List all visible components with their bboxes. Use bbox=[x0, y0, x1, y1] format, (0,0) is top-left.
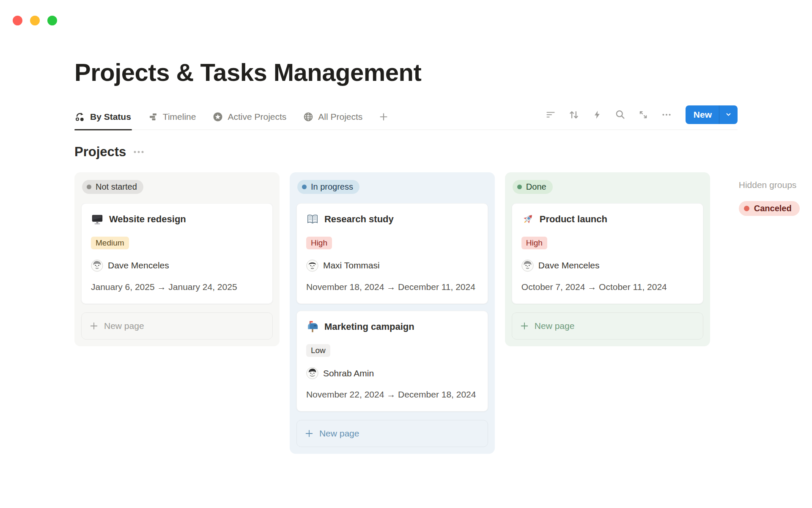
assignee-row: Dave Menceles bbox=[91, 260, 263, 272]
zap-icon bbox=[592, 110, 602, 120]
add-view-button[interactable] bbox=[379, 110, 390, 130]
filter-icon bbox=[546, 110, 556, 120]
date-range: October 7, 2024 → October 11, 2024 bbox=[521, 281, 694, 293]
timeline-bars-icon bbox=[148, 112, 158, 122]
new-page-label: New page bbox=[535, 321, 575, 331]
date-range: November 18, 2024 → December 11, 2024 bbox=[306, 281, 478, 293]
tab-active-projects[interactable]: Active Projects bbox=[212, 110, 287, 130]
new-button-label[interactable]: New bbox=[686, 105, 719, 124]
card-marketing-campaign[interactable]: Marketing campaign Low So bbox=[296, 311, 488, 411]
status-label: Canceled bbox=[754, 204, 792, 213]
mailbox-icon bbox=[306, 320, 319, 333]
hidden-groups-label[interactable]: Hidden groups bbox=[739, 180, 812, 190]
card-title: Website redesign bbox=[109, 214, 186, 225]
tab-timeline[interactable]: Timeline bbox=[147, 110, 197, 130]
new-page-button[interactable]: New page bbox=[296, 420, 488, 447]
sort-button[interactable] bbox=[568, 109, 579, 120]
minimize-window-button[interactable] bbox=[30, 16, 40, 25]
card-list: Website redesign Medium Dave Menceles bbox=[81, 203, 273, 304]
new-page-label: New page bbox=[319, 428, 359, 439]
section-header: Projects bbox=[74, 144, 738, 160]
search-icon bbox=[615, 109, 625, 120]
card-title: Marketing campaign bbox=[324, 321, 414, 332]
date-range: November 22, 2024 → December 18, 2024 bbox=[306, 389, 478, 400]
hidden-groups-panel: Hidden groups Canceled bbox=[739, 172, 812, 216]
status-dot-icon bbox=[302, 185, 307, 189]
tab-all-projects[interactable]: All Projects bbox=[302, 110, 363, 130]
plus-icon bbox=[89, 321, 99, 331]
dave-avatar bbox=[91, 260, 103, 272]
automations-button[interactable] bbox=[592, 110, 602, 120]
card-product-launch[interactable]: Product launch High Dave Menceles bbox=[512, 203, 703, 304]
assignee-name: Dave Menceles bbox=[538, 260, 600, 271]
chevron-down-icon bbox=[724, 110, 732, 119]
new-page-button[interactable]: New page bbox=[81, 312, 273, 340]
new-button-dropdown[interactable] bbox=[719, 105, 738, 124]
section-title: Projects bbox=[74, 144, 126, 160]
tab-label: Active Projects bbox=[228, 112, 286, 122]
filter-button[interactable] bbox=[546, 110, 556, 120]
status-dot-icon bbox=[517, 185, 522, 189]
kanban-board: Not started Website redesign Medium bbox=[74, 172, 812, 454]
assignee-row: Dave Menceles bbox=[521, 260, 694, 272]
status-dot-icon bbox=[87, 185, 91, 189]
status-badge[interactable]: Not started bbox=[82, 180, 143, 194]
tab-label: Timeline bbox=[163, 112, 196, 122]
plus-icon bbox=[304, 429, 314, 438]
status-badge[interactable]: Done bbox=[513, 180, 553, 194]
search-button[interactable] bbox=[615, 109, 625, 120]
close-window-button[interactable] bbox=[13, 16, 22, 25]
column-in-progress: In progress Research study High bbox=[290, 172, 495, 454]
card-research-study[interactable]: Research study High Maxi Tommasi bbox=[296, 203, 488, 304]
tab-label: By Status bbox=[90, 112, 131, 122]
page-content: Projects & Tasks Management By Status bbox=[74, 58, 738, 454]
status-flow-icon bbox=[75, 112, 85, 122]
sohrab-avatar bbox=[306, 367, 318, 379]
status-dot-icon bbox=[744, 206, 749, 211]
page-title: Projects & Tasks Management bbox=[74, 58, 738, 87]
assignee-row: Sohrab Amin bbox=[306, 367, 478, 379]
view-actions: New bbox=[546, 105, 738, 130]
window-controls bbox=[13, 16, 57, 25]
sort-icon bbox=[568, 109, 579, 120]
priority-badge: Low bbox=[306, 344, 330, 357]
rocket-icon bbox=[521, 213, 534, 226]
status-label: Done bbox=[526, 182, 546, 192]
column-not-started: Not started Website redesign Medium bbox=[74, 172, 280, 346]
new-button[interactable]: New bbox=[686, 105, 738, 124]
ellipsis-icon bbox=[133, 150, 145, 154]
more-options-button[interactable] bbox=[661, 109, 672, 120]
open-book-icon bbox=[306, 213, 319, 226]
desktop-computer-icon bbox=[91, 213, 104, 226]
new-page-label: New page bbox=[104, 321, 144, 331]
priority-badge: High bbox=[521, 237, 547, 249]
assignee-name: Maxi Tommasi bbox=[323, 260, 380, 271]
zoom-window-button[interactable] bbox=[47, 16, 57, 25]
column-done: Done bbox=[505, 172, 710, 346]
card-list: Research study High Maxi Tommasi bbox=[296, 203, 488, 412]
section-more-button[interactable] bbox=[133, 150, 145, 154]
expand-button[interactable] bbox=[638, 110, 648, 120]
view-tabs: By Status Timeline Active Projects bbox=[74, 110, 390, 130]
priority-badge: High bbox=[306, 237, 332, 249]
plus-icon bbox=[379, 112, 389, 122]
view-bar: By Status Timeline Active Projects bbox=[74, 105, 738, 130]
dave-avatar bbox=[521, 260, 534, 272]
card-title: Product launch bbox=[540, 214, 607, 225]
expand-icon bbox=[638, 110, 648, 120]
tab-by-status[interactable]: By Status bbox=[74, 110, 132, 130]
maxi-avatar bbox=[306, 260, 318, 272]
date-range: January 6, 2025 → January 24, 2025 bbox=[91, 281, 263, 293]
assignee-name: Dave Menceles bbox=[108, 260, 169, 271]
card-website-redesign[interactable]: Website redesign Medium Dave Menceles bbox=[81, 203, 273, 304]
tab-label: All Projects bbox=[318, 112, 362, 122]
star-circle-icon bbox=[213, 112, 223, 122]
hidden-group-canceled[interactable]: Canceled bbox=[739, 201, 800, 216]
priority-badge: Medium bbox=[91, 237, 129, 249]
more-icon bbox=[661, 109, 672, 120]
status-badge[interactable]: In progress bbox=[297, 180, 359, 194]
card-title: Research study bbox=[324, 214, 394, 225]
globe-icon bbox=[303, 112, 313, 122]
new-page-button[interactable]: New page bbox=[512, 312, 703, 340]
assignee-row: Maxi Tommasi bbox=[306, 260, 478, 272]
